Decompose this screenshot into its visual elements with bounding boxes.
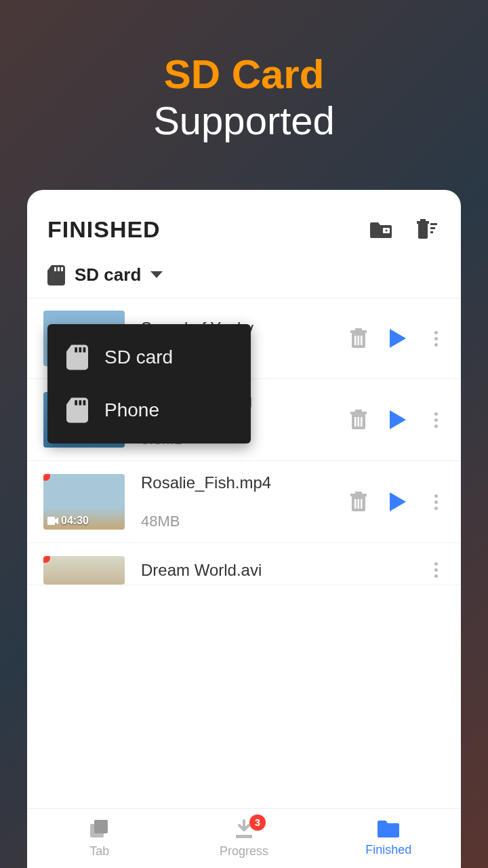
dropdown-item-sdcard[interactable]: SD card [47, 331, 251, 384]
svg-rect-26 [47, 517, 55, 525]
storage-selector[interactable]: SD card [27, 258, 461, 298]
svg-rect-9 [61, 267, 63, 271]
svg-rect-33 [94, 820, 108, 833]
sd-card-icon [66, 397, 88, 423]
sd-card-icon [47, 265, 65, 285]
hero-subtitle: Supported [0, 98, 488, 143]
folder-icon [377, 818, 400, 839]
clear-list-button[interactable] [413, 216, 441, 243]
svg-rect-4 [430, 223, 437, 225]
page-title: FINISHED [47, 216, 161, 243]
delete-button[interactable] [349, 328, 368, 349]
svg-rect-25 [361, 417, 363, 427]
list-item[interactable]: 04:30 Rosalie_Fish.mp4 48MB [27, 461, 461, 543]
tab-label: Finished [365, 843, 411, 857]
video-icon [47, 517, 58, 525]
delete-button[interactable] [349, 491, 368, 513]
row-actions [349, 488, 445, 517]
svg-rect-3 [420, 219, 426, 221]
svg-rect-23 [354, 417, 357, 427]
svg-point-1 [386, 230, 388, 232]
new-indicator-dot [43, 556, 50, 563]
tab-tab[interactable]: Tab [27, 809, 171, 868]
main-card: FINISHED SD card SD card Phone Soun [27, 190, 461, 868]
new-indicator-dot [43, 474, 50, 481]
svg-rect-21 [350, 412, 367, 414]
svg-rect-6 [430, 231, 433, 233]
file-size: 48MB [141, 513, 349, 530]
tab-progress[interactable]: 3 Progress [171, 809, 316, 868]
svg-rect-18 [354, 336, 357, 345]
more-button[interactable] [428, 555, 445, 585]
row-actions [349, 406, 445, 435]
file-name: Rosalie_Fish.mp4 [141, 473, 349, 492]
more-button[interactable] [428, 488, 445, 517]
more-button[interactable] [428, 324, 445, 353]
svg-rect-24 [358, 417, 360, 427]
svg-rect-14 [79, 400, 81, 405]
more-button[interactable] [428, 406, 445, 435]
duration-badge: 04:30 [47, 515, 89, 527]
thumbnail [43, 556, 125, 585]
svg-rect-16 [350, 330, 367, 333]
dropdown-item-label: SD card [104, 347, 173, 368]
tab-icon [89, 818, 110, 840]
storage-selected-label: SD card [75, 264, 141, 285]
svg-rect-7 [54, 267, 56, 271]
svg-rect-27 [350, 494, 367, 496]
tab-finished[interactable]: Finished [317, 809, 461, 868]
storage-dropdown: SD card Phone [47, 324, 251, 443]
list-item[interactable]: Dream World.avi [27, 543, 461, 585]
file-name: Dream World.avi [141, 561, 428, 580]
svg-rect-8 [58, 267, 60, 271]
svg-rect-34 [236, 835, 252, 838]
private-folder-button[interactable] [367, 216, 394, 243]
svg-rect-13 [75, 400, 77, 405]
svg-rect-22 [355, 410, 362, 412]
sd-card-icon [66, 344, 88, 370]
svg-rect-19 [358, 336, 360, 345]
row-actions [349, 324, 445, 353]
chevron-down-icon [150, 271, 163, 279]
header-actions [367, 216, 441, 243]
dropdown-item-label: Phone [104, 399, 159, 421]
svg-rect-28 [355, 492, 362, 494]
svg-rect-12 [83, 347, 86, 352]
play-button[interactable] [387, 491, 409, 513]
svg-rect-2 [417, 221, 429, 224]
dropdown-item-phone[interactable]: Phone [47, 384, 251, 437]
file-meta: Rosalie_Fish.mp4 48MB [141, 473, 349, 530]
svg-rect-15 [83, 400, 86, 405]
bottom-tabs: Tab 3 Progress Finished [27, 808, 461, 868]
play-button[interactable] [387, 409, 409, 431]
svg-rect-31 [361, 499, 363, 509]
svg-rect-20 [361, 336, 363, 345]
svg-rect-5 [430, 227, 435, 229]
svg-rect-11 [79, 347, 81, 352]
tab-label: Tab [89, 844, 109, 859]
card-header: FINISHED [27, 190, 461, 258]
delete-button[interactable] [349, 409, 368, 431]
hero-title: SD Card [0, 51, 488, 98]
svg-rect-30 [358, 499, 360, 509]
progress-badge: 3 [249, 814, 266, 831]
svg-rect-29 [354, 499, 357, 509]
tab-label: Progress [220, 844, 268, 859]
play-button[interactable] [387, 328, 409, 349]
file-meta: Dream World.avi [141, 561, 428, 580]
svg-rect-10 [75, 347, 77, 352]
row-actions [428, 555, 445, 585]
thumbnail: 04:30 [43, 474, 125, 530]
hero: SD Card Supported [0, 0, 488, 143]
svg-rect-17 [355, 328, 362, 330]
